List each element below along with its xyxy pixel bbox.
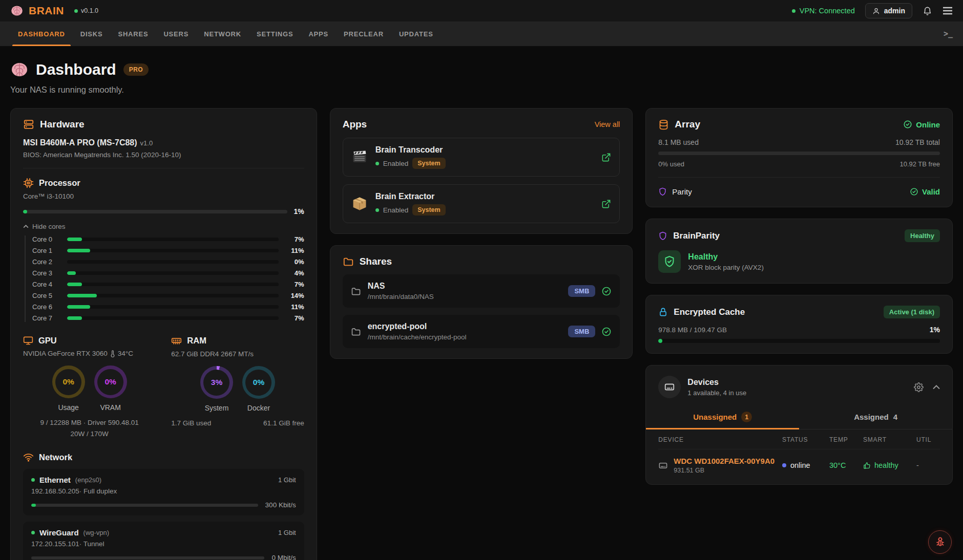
notifications-bell-icon[interactable] [923,6,932,16]
devices-table-header: DEVICESTATUS TEMPSMART UTIL [658,429,940,449]
hdd-icon [658,461,668,470]
apps-title: Apps [343,119,367,130]
devices-title: Devices [687,378,746,387]
check-circle-icon [910,187,918,196]
nav-tab-dashboard[interactable]: DASHBOARD [10,21,73,46]
healthy-badge: Healthy [905,229,940,242]
check-circle-icon [903,120,912,129]
external-link-icon[interactable] [601,153,611,162]
processor-title: Processor [39,178,80,188]
array-used: 8.1 MB used [658,138,699,146]
nav-tab-network[interactable]: NETWORK [196,21,249,46]
share-row-nas[interactable]: NAS /mnt/brain/data0/NAS SMB [343,274,620,308]
devices-subtitle: 1 available, 4 in use [687,389,746,397]
bug-report-button[interactable] [928,530,952,554]
device-status: online [790,461,810,469]
device-smart: healthy [874,461,898,469]
assigned-count: 4 [893,413,897,421]
core-row: Core 20% [32,258,304,266]
core-row: Core 111% [32,247,304,254]
unassigned-count-badge: 1 [741,412,752,422]
hide-cores-toggle[interactable]: Hide cores [23,223,304,230]
network-interface-ethernet[interactable]: Ethernet (enp2s0) 1 Gbit 192.168.50.205·… [23,469,304,515]
interface-detail: 172.20.155.101· Tunnel [31,540,296,548]
share-row-encrypted-pool[interactable]: encrypted-pool /mnt/brain/cache/encrypte… [343,315,620,348]
interface-id: (enp2s0) [75,476,101,484]
nav-tab-settings[interactable]: SETTINGS [249,21,301,46]
device-row[interactable]: WDC WD1002FAEX-00Y9A0 931.51 GB online 3… [658,449,940,476]
device-temp: 30°C [829,461,863,469]
core-row: Core 77% [32,314,304,322]
array-total: 10.92 TB total [895,138,940,146]
gpu-usage-label: Usage [58,403,78,412]
user-icon [872,7,880,15]
parity-label: Parity [672,187,692,196]
apps-view-all-link[interactable]: View all [595,120,620,128]
cpu-icon [23,178,34,188]
shares-title: Shares [360,256,392,267]
brand: BRAIN v0.1.0 [10,4,98,17]
user-name: admin [884,7,905,15]
app-status-dot [375,208,379,212]
collapse-chevron-icon[interactable] [933,385,940,390]
folder-outline-icon [351,286,361,296]
nav-tab-disks[interactable]: DISKS [73,21,111,46]
brainparity-card: BrainParity Healthy Healthy XOR block pa… [645,219,953,284]
hamburger-menu-icon[interactable] [943,7,953,15]
gpu-driver-info: 9 / 12288 MB · Driver 590.48.01 [23,419,156,426]
ram-section: RAM 62.7 GiB DDR4 2667 MT/s 3% System 0%… [171,335,304,438]
core-row: Core 34% [32,269,304,277]
external-link-icon[interactable] [601,199,611,209]
nav-tab-updates[interactable]: UPDATES [391,21,441,46]
share-name: NAS [368,282,434,291]
ram-system-ring: 3% [200,366,233,399]
app-row-brain-extractor[interactable]: Brain Extractor Enabled System [343,184,620,223]
share-path: /mnt/brain/data0/NAS [368,293,434,300]
brainparity-title: BrainParity [673,231,720,241]
check-circle-icon [601,286,612,296]
thumbs-up-icon [863,462,871,469]
hardware-title: Hardware [40,119,85,130]
app-status: Enabled [383,160,409,167]
gpu-model-line: NVIDIA GeForce RTX 3060 34°C [23,350,156,357]
shield-check-icon [658,250,681,273]
gpu-usage-ring: 0% [52,365,85,398]
nav-tab-users[interactable]: USERS [156,21,196,46]
cache-pct: 1% [930,326,940,334]
vpn-status-dot [792,9,795,13]
page-title: Dashboard [36,61,116,78]
device-util: - [916,461,940,469]
devices-card: Devices 1 available, 4 in use Un [645,365,953,485]
dashboard-brain-icon [10,60,29,79]
device-name-link[interactable]: WDC WD1002FAEX-00Y9A0 [674,457,774,465]
array-status: Online [903,120,940,129]
interface-rate: 0 Mbit/s [271,554,296,560]
thermometer-icon [110,350,115,357]
core-row: Core 514% [32,292,304,299]
nav-tab-preclear[interactable]: PRECLEAR [336,21,391,46]
pro-badge: PRO [123,63,149,76]
smb-badge: SMB [568,326,595,337]
nav-tab-apps[interactable]: APPS [301,21,336,46]
interface-rate: 300 Kbit/s [265,501,296,509]
ram-system-label: System [205,404,229,412]
share-name: encrypted-pool [368,322,467,331]
app-row-brain-transcoder[interactable]: Brain Transcoder Enabled System [343,138,620,177]
network-interface-wireguard[interactable]: WireGuard (wg-vpn) 1 Gbit 172.20.155.101… [23,522,304,560]
gear-icon[interactable] [914,382,924,392]
user-menu-button[interactable]: admin [865,3,912,18]
gpu-power-info: 20W / 170W [23,430,156,438]
nav-tab-shares[interactable]: SHARES [110,21,156,46]
cache-usage-bar [658,339,940,343]
terminal-icon[interactable]: >_ [944,21,953,46]
tab-unassigned[interactable]: Unassigned 1 [646,406,799,429]
shield-icon [658,187,667,197]
ram-icon [171,335,182,346]
cache-usage: 978.8 MB / 109.47 GB [658,326,727,334]
clapperboard-icon [351,149,368,165]
app-name: Brain Transcoder [375,145,446,155]
encrypted-cache-card: Encrypted Cache Active (1 disk) 978.8 MB… [645,295,953,354]
brain-logo-icon [10,4,24,17]
interface-throughput-bar [31,556,264,559]
tab-assigned[interactable]: Assigned 4 [799,406,952,429]
